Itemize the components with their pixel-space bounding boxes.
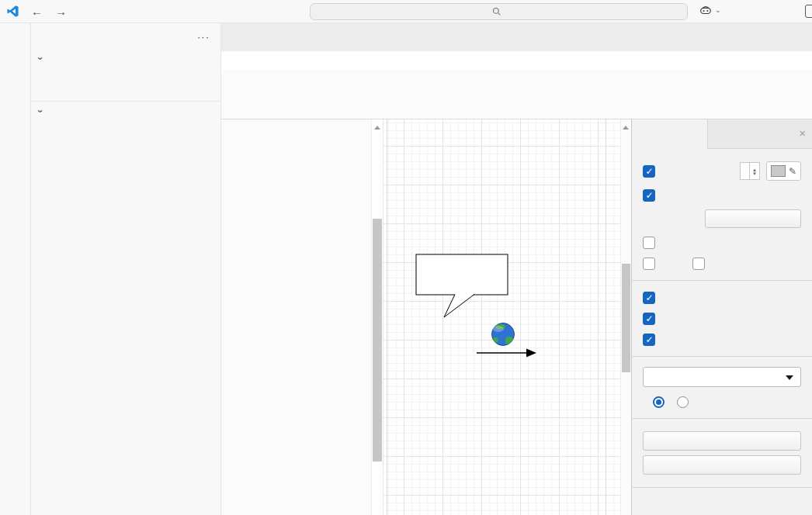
orientation-radios xyxy=(643,396,801,408)
connection-points-row xyxy=(643,312,801,325)
editor-group-1-label xyxy=(31,67,220,84)
nav-forward-icon[interactable]: → xyxy=(49,5,73,17)
explorer-panel: ··· xyxy=(31,23,221,515)
drawio-canvas[interactable] xyxy=(383,119,620,515)
shadow-checkbox[interactable] xyxy=(643,258,655,270)
palette-scrollbar-thumb[interactable] xyxy=(373,219,382,461)
sketch-checkbox[interactable] xyxy=(692,258,705,270)
explorer-header: ··· xyxy=(31,23,220,50)
background-color-checkbox[interactable] xyxy=(643,237,655,249)
drawio-toolbar xyxy=(221,91,812,119)
chevron-down-icon: ⌄ xyxy=(715,6,721,14)
command-center-search[interactable] xyxy=(310,3,688,20)
copilot-menu-button[interactable]: ⌄ xyxy=(699,3,721,17)
connection-arrows-checkbox[interactable] xyxy=(643,292,655,304)
grid-color-button[interactable] xyxy=(766,161,801,181)
page-view-checkbox[interactable] xyxy=(643,189,655,202)
edit-data-button[interactable] xyxy=(643,431,801,451)
clear-default-style-button[interactable] xyxy=(643,455,801,475)
guides-checkbox[interactable] xyxy=(643,334,655,346)
vscode-window: ← → ⌄ xyxy=(0,0,812,515)
open-editors-header[interactable] xyxy=(31,50,220,67)
format-panel xyxy=(631,119,812,515)
portrait-radio[interactable] xyxy=(653,396,665,408)
grid-row xyxy=(643,161,801,181)
background-row xyxy=(643,209,801,228)
globe-shape[interactable] xyxy=(492,323,515,346)
shadow-sketch-row xyxy=(643,257,801,270)
editor-group-2-label xyxy=(31,84,220,101)
chevron-down-icon xyxy=(34,106,47,116)
workspace-root-header[interactable] xyxy=(31,101,220,120)
connection-points-checkbox[interactable] xyxy=(643,313,655,325)
pencil-icon xyxy=(789,165,796,177)
connection-arrows-row xyxy=(643,291,801,304)
breadcrumb xyxy=(221,51,812,70)
titlebar: ← → ⌄ xyxy=(0,0,812,23)
guides-row xyxy=(643,333,801,346)
close-icon[interactable] xyxy=(799,126,806,140)
grid-color-swatch xyxy=(771,165,786,177)
explorer-more-actions-icon[interactable]: ··· xyxy=(197,31,210,43)
format-panel-tabs xyxy=(632,119,812,149)
speech-bubble-shape[interactable] xyxy=(416,254,508,317)
background-color-row xyxy=(643,236,801,249)
tab-style[interactable] xyxy=(708,119,784,148)
search-icon xyxy=(492,7,501,16)
grid-checkbox[interactable] xyxy=(643,165,655,178)
canvas-scrollbar[interactable] xyxy=(620,119,631,515)
paper-size-select[interactable] xyxy=(643,367,801,387)
tab-bar xyxy=(221,23,812,51)
palette-scrollbar[interactable] xyxy=(371,119,383,515)
change-background-button[interactable] xyxy=(705,209,801,228)
vscode-logo-icon xyxy=(0,5,25,18)
landscape-radio[interactable] xyxy=(677,396,689,408)
canvas-scrollbar-thumb[interactable] xyxy=(622,264,630,372)
scroll-up-icon[interactable] xyxy=(623,126,629,130)
grid-size-stepper[interactable] xyxy=(749,163,759,179)
editor-area xyxy=(221,23,812,515)
chevron-down-icon xyxy=(34,54,47,64)
grid-size-input[interactable] xyxy=(740,162,760,180)
nav-back-icon[interactable]: ← xyxy=(25,5,49,17)
copilot-icon xyxy=(699,3,713,17)
scroll-up-icon[interactable] xyxy=(374,126,380,130)
drawio-menubar xyxy=(221,70,812,91)
page-view-row xyxy=(643,188,801,202)
tab-diagram[interactable] xyxy=(632,119,708,149)
shape-palette xyxy=(221,119,371,515)
layout-panel-icon[interactable] xyxy=(805,5,812,18)
connection-arrow-shape[interactable] xyxy=(477,349,536,358)
activity-bar xyxy=(0,23,31,515)
